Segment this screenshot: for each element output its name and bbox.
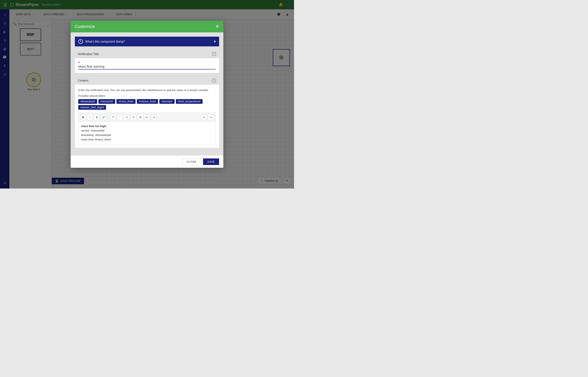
notification-title-label: Notification Title (78, 52, 99, 56)
chevron-down-icon: ▾ (214, 39, 216, 44)
editor-line-0: mass flow too high: (81, 124, 213, 129)
editor-text-type-button[interactable]: T (110, 114, 116, 120)
editor-line-3: mass flow: #mass_flow# (81, 137, 213, 142)
content-description: Enter the notification text. You can use… (78, 88, 216, 92)
placeholder-tag-2[interactable]: #mass_flow# (116, 99, 136, 104)
editor-link-button[interactable]: 🔗 (100, 114, 106, 120)
editor-bullet-list-button[interactable]: ≡ (130, 114, 136, 120)
component-info-text: What's this component doing? (85, 40, 212, 43)
component-question-icon: ? (78, 39, 83, 44)
notification-title-help-icon[interactable]: ? (212, 52, 216, 56)
editor-outdent-button[interactable]: ⇤ (144, 114, 150, 120)
notification-title-body (75, 58, 219, 73)
editor-line-2: timestamp: #timestamp# (81, 133, 213, 137)
placeholder-tag-6[interactable]: #sensor_fault_flags# (78, 105, 106, 110)
placeholder-tags-container: #timestamp# #sensorId# #mass_flow# #volu… (78, 99, 216, 110)
editor-bold-button[interactable]: B (80, 114, 86, 120)
modal-title: Customize (75, 24, 95, 29)
placeholder-tag-4[interactable]: #density# (159, 99, 174, 104)
editor-divider-1 (108, 115, 108, 119)
notification-title-input[interactable] (78, 64, 216, 70)
placeholder-tag-5[interactable]: #fluid_temperature# (176, 99, 203, 104)
placeholders-label: Possible placeholders: (78, 94, 216, 97)
modal-footer: CLOSE SAVE (71, 155, 223, 168)
content-label: Content (78, 79, 88, 82)
content-header: Content ? (75, 76, 219, 85)
editor-toolbar: B I S 🔗 T " <> ≡ ⊟ ⇤ ⇥ ↩ (78, 113, 216, 121)
editor-code-button[interactable]: <> (124, 114, 130, 120)
close-button[interactable]: CLOSE (182, 158, 201, 165)
placeholder-tag-0[interactable]: #timestamp# (78, 99, 97, 104)
required-dot (78, 62, 80, 63)
editor-redo-button[interactable]: ↪ (208, 114, 214, 120)
content-body: Enter the notification text. You can use… (75, 85, 219, 148)
modal-close-x-button[interactable]: ✕ (215, 24, 219, 29)
notification-title-header: Notification Title ? (75, 50, 219, 58)
editor-undo-redo: ↩ ↪ (201, 114, 214, 120)
editor-undo-button[interactable]: ↩ (201, 114, 207, 120)
placeholder-tag-1[interactable]: #sensorId# (99, 99, 115, 104)
editor-ordered-list-button[interactable]: ⊟ (137, 114, 143, 120)
modal-overlay: Customize ✕ ? What's this component doin… (0, 0, 294, 188)
editor-indent-button[interactable]: ⇥ (151, 114, 157, 120)
component-info-bar[interactable]: ? What's this component doing? ▾ (75, 37, 219, 46)
placeholder-tag-3[interactable]: #volume_flow# (137, 99, 158, 104)
content-section: Content ? Enter the notification text. Y… (75, 76, 219, 148)
notification-title-section: Notification Title ? (75, 50, 219, 73)
content-help-icon[interactable]: ? (212, 78, 216, 82)
customize-modal: Customize ✕ ? What's this component doin… (71, 21, 223, 168)
editor-blockquote-button[interactable]: " (117, 114, 123, 120)
editor-italic-button[interactable]: I (87, 114, 93, 120)
modal-header: Customize ✕ (71, 21, 223, 32)
save-button[interactable]: SAVE (203, 158, 219, 165)
modal-body: ? What's this component doing? ▾ Notific… (71, 32, 223, 156)
editor-content[interactable]: mass flow too high: sensor: #sensorId# t… (78, 121, 216, 144)
editor-line-1: sensor: #sensorId# (81, 129, 213, 133)
editor-strikethrough-button[interactable]: S (94, 114, 100, 120)
